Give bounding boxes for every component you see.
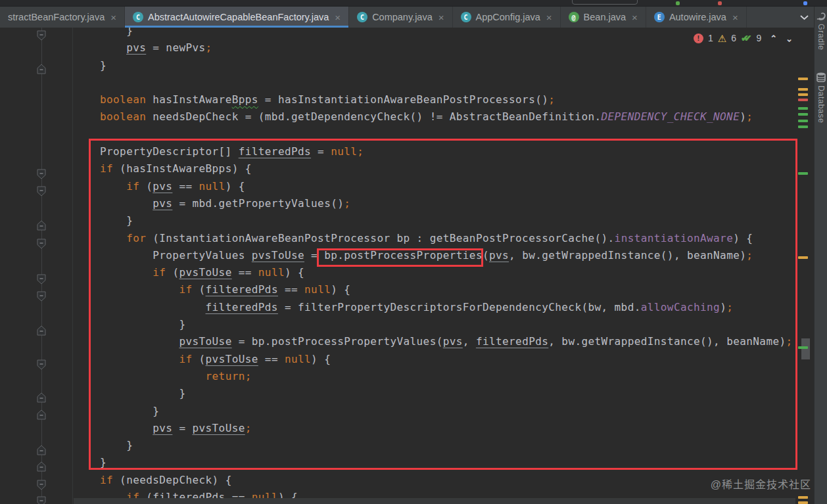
tab-bar-right-controls <box>800 7 809 28</box>
tab-label: Company.java <box>372 12 433 22</box>
fold-down-icon[interactable] <box>37 169 46 179</box>
fold-down-icon[interactable] <box>37 291 46 302</box>
tab-label: Bean.java <box>584 12 626 22</box>
annotation-icon: @ <box>569 12 579 22</box>
error-icon: ! <box>694 34 703 43</box>
close-tab-icon[interactable]: × <box>335 12 341 23</box>
gradle-label: Gradle <box>816 24 826 51</box>
stripe-mark[interactable] <box>798 496 808 499</box>
close-tab-icon[interactable]: × <box>438 12 444 23</box>
fold-down-icon[interactable] <box>37 30 46 41</box>
stripe-mark[interactable] <box>798 120 808 122</box>
annotation-box-large <box>89 139 797 470</box>
toolwindow-gradle[interactable]: Gradle <box>815 12 827 51</box>
gutter-fold-line <box>41 28 42 504</box>
fold-down-icon[interactable] <box>37 480 46 490</box>
main-toolbar-strip <box>0 0 827 7</box>
stripe-mark[interactable] <box>798 88 808 91</box>
error-count: 1 <box>708 33 713 43</box>
fold-up-icon[interactable] <box>37 409 46 420</box>
debug-icon[interactable] <box>718 1 722 5</box>
toolwindow-database[interactable]: Database <box>815 72 827 124</box>
fold-up-icon[interactable] <box>37 445 46 455</box>
warning-icon: ⚠ <box>718 34 726 43</box>
ai-assistant-icon[interactable] <box>803 1 807 5</box>
fold-down-icon[interactable] <box>37 186 46 196</box>
tab-appconfig-java[interactable]: CAppConfig.java× <box>453 7 561 28</box>
inspections-widget[interactable]: ! 1 ⚠ 6 ✔✔ 9 ⌃ ⌃ <box>694 33 793 43</box>
fold-up-icon[interactable] <box>37 220 46 231</box>
fold-down-icon[interactable] <box>37 359 46 370</box>
code-line: if (needsDepCheck) { <box>100 472 793 489</box>
database-icon <box>816 72 826 82</box>
fold-up-icon[interactable] <box>37 325 46 336</box>
hidden-tabs-chevron-icon[interactable] <box>800 14 809 20</box>
tab-bean-java[interactable]: @Bean.java× <box>561 7 646 28</box>
passed-check-icon: ✔✔ <box>741 33 747 43</box>
tab-label: stractBeanFactory.java <box>8 12 105 22</box>
database-label: Database <box>816 85 826 124</box>
code-line <box>100 74 793 91</box>
warning-count: 6 <box>731 33 736 43</box>
code-line: } <box>100 57 793 74</box>
fold-down-icon[interactable] <box>37 496 46 504</box>
tab-abstractautowirecapablebeanfactory-java[interactable]: CAbstractAutowireCapableBeanFactory.java… <box>125 7 349 28</box>
watermark: @稀土掘金技术社区 <box>711 476 811 492</box>
class-icon: C <box>133 12 143 22</box>
ide-window: stractBeanFactory.java×CAbstractAutowire… <box>0 0 827 504</box>
fold-up-icon[interactable] <box>37 392 46 403</box>
tab-label: Autowire.java <box>669 12 726 22</box>
run-icon[interactable] <box>676 1 680 5</box>
close-tab-icon[interactable]: × <box>632 12 638 23</box>
editor-tab-bar: stractBeanFactory.java×CAbstractAutowire… <box>0 7 827 28</box>
gradle-elephant-icon <box>816 12 826 20</box>
close-tab-icon[interactable]: × <box>110 12 116 23</box>
tab-label: AbstractAutowireCapableBeanFactory.java <box>148 12 329 22</box>
stripe-mark[interactable] <box>798 172 808 175</box>
editor-area: } pvs = newPvs;} boolean hasInstAwareBpp… <box>0 28 814 504</box>
fold-up-icon[interactable] <box>37 461 46 472</box>
class-icon: C <box>357 12 367 22</box>
passed-count: 9 <box>756 33 761 43</box>
stripe-mark[interactable] <box>798 107 808 110</box>
vertical-scrollbar-thumb[interactable] <box>801 338 810 359</box>
fold-down-icon[interactable] <box>37 239 46 249</box>
fold-up-icon[interactable] <box>37 64 46 74</box>
tab-stractbeanfactory-java[interactable]: stractBeanFactory.java× <box>0 7 125 28</box>
stripe-mark[interactable] <box>798 126 808 128</box>
run-configuration-combo[interactable] <box>572 0 638 5</box>
stripe-mark[interactable] <box>798 78 808 80</box>
class-icon: C <box>461 12 471 22</box>
fold-down-icon[interactable] <box>37 274 46 285</box>
horizontal-scrollbar[interactable] <box>74 498 795 504</box>
enum-icon: E <box>654 12 665 22</box>
close-tab-icon[interactable]: × <box>546 12 552 23</box>
stripe-mark[interactable] <box>798 346 808 349</box>
code-line: pvs = newPvs; <box>100 39 793 57</box>
stripe-mark[interactable] <box>798 99 808 101</box>
code-line: } <box>100 28 793 39</box>
right-toolwindow-bar: Gradle Database <box>814 7 827 504</box>
code-line: boolean hasInstAwareBpps = hasInstantiat… <box>100 91 793 108</box>
next-problem-chevron-icon[interactable]: ⌃ <box>786 34 793 43</box>
gutter-separator <box>72 28 73 504</box>
annotation-box-postprocessproperties <box>317 248 483 267</box>
stripe-mark[interactable] <box>798 256 808 259</box>
close-tab-icon[interactable]: × <box>732 12 738 23</box>
tab-company-java[interactable]: CCompany.java× <box>349 7 452 28</box>
stripe-mark[interactable] <box>798 501 808 504</box>
tab-autowire-java[interactable]: EAutowire.java× <box>646 7 747 28</box>
stripe-mark[interactable] <box>798 93 808 96</box>
stripe-mark[interactable] <box>798 113 808 116</box>
code-line: boolean needsDepCheck = (mbd.getDependen… <box>100 108 793 126</box>
tab-label: AppConfig.java <box>476 12 540 22</box>
prev-problem-chevron-icon[interactable]: ⌃ <box>770 34 777 43</box>
